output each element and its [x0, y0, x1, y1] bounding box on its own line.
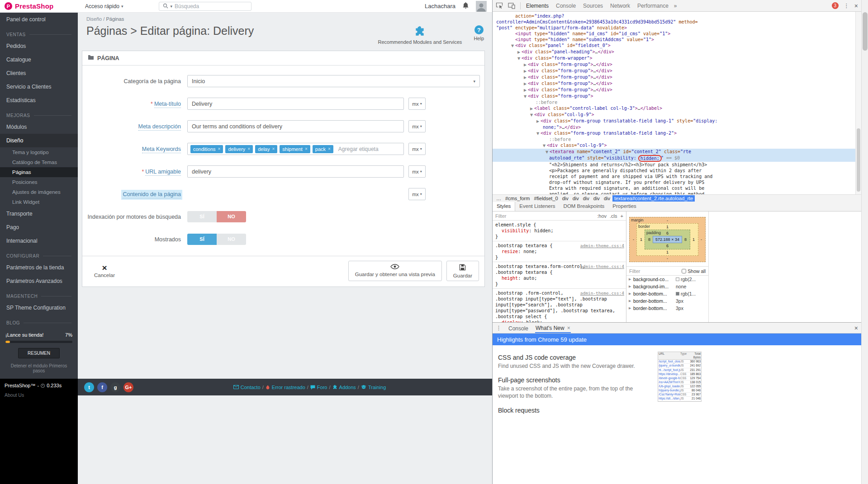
- dom-tree-line[interactable]: controller=AdminCmsContent&token=2938645…: [493, 19, 861, 25]
- page-content-language-button[interactable]: mx▾: [408, 188, 426, 200]
- displayed-option-si[interactable]: SÍ: [187, 234, 217, 245]
- save-button[interactable]: Guardar: [446, 261, 479, 281]
- dom-tree-line[interactable]: ▶<div class="form-group">…</div>: [493, 74, 861, 80]
- sidebar-subitem-paginas[interactable]: Páginas: [0, 167, 78, 177]
- dom-tree-line[interactable]: ▶<div class="form-group">…</div>: [493, 61, 861, 68]
- dom-tree-line[interactable]: ▶<label class="control-label col-lg-3">……: [493, 105, 861, 112]
- sidebar-item-transporte[interactable]: Transporte: [0, 207, 78, 221]
- remove-tag-icon[interactable]: ×: [218, 146, 221, 151]
- drawer-menu-icon[interactable]: ⋮: [496, 324, 502, 331]
- styles-tab-dom-breakpoints[interactable]: DOM Breakpoints: [560, 202, 609, 211]
- breadcrumb-node-selected[interactable]: textarea#content_2.rte.autoload_rte: [612, 195, 695, 202]
- computed-property-row[interactable]: ▶background-im...none: [626, 283, 708, 290]
- save-and-preview-button[interactable]: Guardar y obtener una vista previa: [348, 261, 442, 281]
- elements-scrollbar[interactable]: [855, 12, 861, 194]
- breadcrumb-node[interactable]: div: [592, 195, 602, 202]
- sidebar-item-diseno[interactable]: Diseño: [0, 134, 78, 147]
- meta-keywords-input[interactable]: conditions×delivery×delay×shipment×pack×…: [187, 143, 404, 155]
- styles-tab-styles[interactable]: Styles: [493, 202, 515, 211]
- devtools-scrollbar[interactable]: [861, 0, 868, 484]
- search-indexing-option-si[interactable]: SÍ: [187, 211, 217, 222]
- search-input[interactable]: [175, 3, 247, 9]
- dom-tree-line[interactable]: ▼<div class="form-wrapper">: [493, 55, 861, 61]
- drawer-tab-console[interactable]: Console: [508, 324, 529, 333]
- computed-property-row[interactable]: ▶border-bottom...3px: [626, 297, 708, 305]
- device-toolbar-icon[interactable]: [508, 3, 515, 9]
- dom-tree-line[interactable]: ▶<div class="form-group">…</div>: [493, 87, 861, 93]
- breadcrumb-node[interactable]: div: [560, 195, 570, 202]
- computed-property-row[interactable]: ▶border-bottom...rgb(1...: [626, 290, 708, 297]
- dom-tree-line[interactable]: ▶<div class="form-group translatable-fie…: [493, 118, 861, 124]
- dom-tree-line[interactable]: action="index.php?: [493, 13, 861, 19]
- devtools-close-icon[interactable]: ×: [854, 2, 858, 9]
- stylesheet-link[interactable]: admin-theme.css:4: [580, 263, 624, 269]
- sidebar-item-parametros-de-la-tienda[interactable]: Parámetros de la tienda: [0, 261, 78, 274]
- dom-tree-line[interactable]: ▼<div class="form-group">: [493, 93, 861, 99]
- devtools-tab-performance[interactable]: Performance: [637, 0, 669, 11]
- close-tab-icon[interactable]: ×: [567, 325, 570, 331]
- search-scope-chevron-icon[interactable]: ▾: [171, 4, 173, 9]
- computed-property-row[interactable]: ▶border-bottom...3px: [626, 305, 708, 312]
- footer-link-foro[interactable]: Foro: [310, 385, 327, 390]
- breadcrumb-node[interactable]: #fieldset_0: [532, 195, 560, 202]
- box-model-margin[interactable]: margin - - border 1 1: [629, 217, 706, 262]
- notifications-bell-icon[interactable]: [462, 2, 469, 11]
- error-count-badge[interactable]: 3: [832, 2, 839, 9]
- dom-tree-line[interactable]: ▶<div class="form-group">…</div>: [493, 80, 861, 87]
- dom-tree-line[interactable]: applied, so please contact us before cho…: [493, 191, 861, 194]
- dom-tree-line[interactable]: none;">…</div>: [493, 124, 861, 130]
- meta-description-input[interactable]: [187, 120, 404, 132]
- breadcrumb-node[interactable]: div: [571, 195, 581, 202]
- meta-title-language-button[interactable]: mx▾: [408, 98, 426, 110]
- sidebar-item-catalogue[interactable]: Catalogue: [0, 53, 78, 66]
- sidebar-item-modulos[interactable]: Módulos: [0, 120, 78, 134]
- devtools-scrollbar-thumb[interactable]: [863, 12, 868, 51]
- show-all-checkbox[interactable]: [682, 269, 686, 273]
- friendly-url-input[interactable]: [187, 165, 404, 178]
- styles-filter-input[interactable]: Filter: [495, 213, 506, 219]
- dom-tree-line[interactable]: ▶<div class="form-group">…</div>: [493, 68, 861, 74]
- footer-link-training[interactable]: Training: [361, 385, 386, 390]
- dom-tree-line[interactable]: "<h2>Shipments and returns</h2><h3>Your …: [493, 162, 861, 168]
- about-us-link[interactable]: About Us: [5, 392, 73, 398]
- dom-tree-line[interactable]: Extra with required signature, an additi…: [493, 185, 861, 191]
- sidebar-subitem-tema-y-logotipo[interactable]: Tema y logotipo: [0, 147, 78, 157]
- global-search[interactable]: ▾: [159, 2, 251, 11]
- dom-tree-line[interactable]: "post" enctype="multipart/form-data" nov…: [493, 25, 861, 31]
- page-category-select[interactable]: Inicio▾: [187, 75, 480, 87]
- dom-tree-line[interactable]: <input type="hidden" name="id_cms" id="i…: [493, 31, 861, 37]
- recommended-modules-button[interactable]: Recommended Modules and Services: [378, 25, 462, 45]
- more-tabs-chevron[interactable]: »: [674, 3, 677, 9]
- sidebar-item-sp-theme-configuration[interactable]: SP Theme Configuration: [0, 301, 78, 315]
- remove-tag-icon[interactable]: ×: [247, 146, 250, 151]
- devtools-tab-sources[interactable]: Sources: [583, 0, 603, 11]
- sidebar-item-pedidos[interactable]: Pedidos: [0, 39, 78, 53]
- footer-link-contacto[interactable]: Contacto: [233, 385, 261, 390]
- dom-tree-line[interactable]: ▶<div class="panel-heading">…</div>: [493, 49, 861, 55]
- employee-avatar[interactable]: [476, 1, 487, 12]
- devtools-tab-network[interactable]: Network: [610, 0, 631, 11]
- dom-tree-line[interactable]: receipt of payment and are shipped via U…: [493, 174, 861, 179]
- stylesheet-link[interactable]: admin-theme.css:4: [580, 290, 624, 296]
- google-plus-icon[interactable]: G+: [123, 382, 133, 392]
- sidebar-item-parametros-avanzados[interactable]: Parámetros Avanzados: [0, 274, 78, 288]
- styles-toggle-cls[interactable]: .cls: [610, 213, 617, 219]
- sidebar-item-servicio-a-clientes[interactable]: Servicio a Clientes: [0, 80, 78, 94]
- sidebar-item-pago[interactable]: Pago: [0, 221, 78, 234]
- dom-tree-line[interactable]: <p>Packages are generally dispatched wit…: [493, 168, 861, 174]
- facebook-icon[interactable]: f: [97, 382, 107, 392]
- remove-tag-icon[interactable]: ×: [272, 146, 275, 151]
- displayed-option-no[interactable]: NO: [217, 234, 246, 245]
- devtools-tab-console[interactable]: Console: [555, 0, 576, 11]
- help-button[interactable]: ? Help: [474, 25, 484, 41]
- sidebar-subitem-ajustes-de-imagenes[interactable]: Ajustes de imágenes: [0, 187, 78, 197]
- breadcrumb-parent[interactable]: Diseño: [86, 16, 102, 22]
- breadcrumb-node[interactable]: #cms_form: [503, 195, 531, 202]
- breadcrumb-node[interactable]: …: [494, 195, 503, 202]
- dom-tree-line[interactable]: drop-off without signature. If you prefe…: [493, 179, 861, 185]
- sidebar-subitem-posiciones[interactable]: Posiciones: [0, 177, 78, 187]
- show-all-toggle[interactable]: Show all: [682, 268, 706, 274]
- styles-toggle-+[interactable]: +: [621, 213, 623, 219]
- sidebar-item-clientes[interactable]: Clientes: [0, 66, 78, 80]
- meta-description-language-button[interactable]: mx▾: [408, 120, 426, 132]
